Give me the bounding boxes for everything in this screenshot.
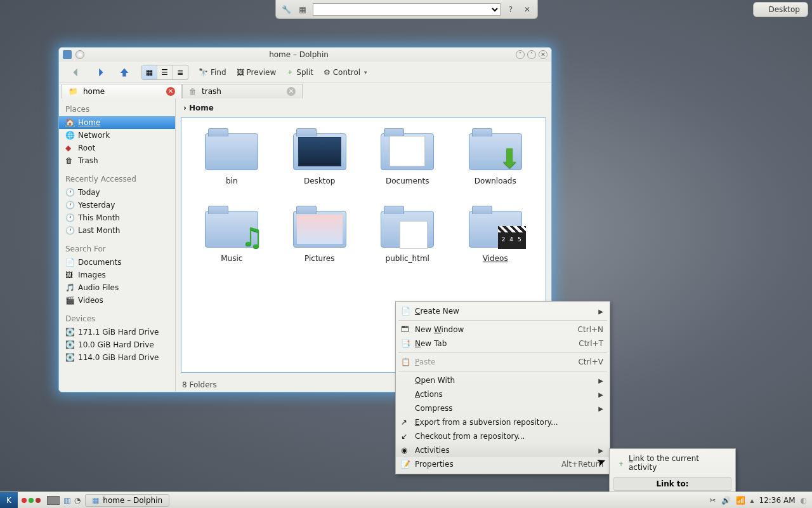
menu-export-svn[interactable]: ↗Export from a subversion repository... bbox=[396, 415, 610, 429]
maximize-button[interactable]: ˄ bbox=[527, 50, 536, 59]
plus-icon: ＋ bbox=[617, 458, 626, 467]
folder-pictures[interactable]: Pictures bbox=[278, 204, 361, 282]
folder-videos[interactable]: Videos bbox=[454, 204, 537, 282]
pager[interactable] bbox=[47, 496, 60, 505]
sidebar-item-network[interactable]: 🌐Network bbox=[59, 129, 175, 142]
find-button[interactable]: 🔭Find bbox=[195, 66, 230, 79]
menu-compress[interactable]: Compress▶ bbox=[396, 401, 610, 415]
sidebar-item-drive-3[interactable]: 💽114.0 GiB Hard Drive bbox=[59, 351, 175, 364]
command-input[interactable] bbox=[313, 3, 501, 16]
sidebar-item-trash[interactable]: 🗑Trash bbox=[59, 154, 175, 167]
help-icon[interactable]: ? bbox=[504, 3, 517, 16]
sidebar-item-root[interactable]: ◆Root bbox=[59, 142, 175, 154]
properties-icon: 📝 bbox=[401, 460, 410, 469]
sidebar-item-last-month[interactable]: 🕐Last Month bbox=[59, 224, 175, 237]
tab-label: trash bbox=[202, 87, 221, 96]
menu-properties[interactable]: 📝PropertiesAlt+Return bbox=[396, 457, 610, 471]
sidebar-item-images[interactable]: 🖼Images bbox=[59, 269, 175, 281]
close-icon[interactable]: ✕ bbox=[521, 3, 534, 16]
tab-trash[interactable]: 🗑 trash ✕ bbox=[182, 84, 303, 98]
menu-actions[interactable]: Actions▶ bbox=[396, 387, 610, 401]
sidebar-item-drive-1[interactable]: 💽171.1 GiB Hard Drive bbox=[59, 326, 175, 338]
tab-home[interactable]: 📁 home ✕ bbox=[62, 84, 182, 98]
new-icon: 📄 bbox=[401, 307, 410, 316]
context-menu: 📄Create New▶ 🗔New WindowCtrl+N 📑New TabC… bbox=[395, 301, 610, 474]
sidebar-item-yesterday[interactable]: 🕐Yesterday bbox=[59, 199, 175, 211]
menu-checkout[interactable]: ↙Checkout from a repository... bbox=[396, 429, 610, 443]
sidebar-item-documents[interactable]: 📄Documents bbox=[59, 256, 175, 269]
folder-music[interactable]: ♫Music bbox=[190, 204, 273, 282]
control-button[interactable]: ⚙Control▾ bbox=[320, 66, 371, 79]
minimize-button[interactable]: ˅ bbox=[516, 50, 525, 59]
keep-above-icon[interactable] bbox=[75, 50, 84, 59]
up-button[interactable] bbox=[114, 64, 135, 81]
places-header: Places bbox=[59, 102, 175, 116]
audio-icon: 🎵 bbox=[65, 283, 74, 292]
volume-icon[interactable]: 🔊 bbox=[721, 496, 731, 505]
sidebar-item-home[interactable]: 🏠Home bbox=[59, 116, 175, 129]
split-button[interactable]: ＋Split bbox=[282, 65, 317, 79]
folder-documents[interactable]: Documents bbox=[366, 127, 449, 204]
submenu-arrow-icon: ▶ bbox=[598, 447, 603, 454]
task-button-dolphin[interactable]: ▦home – Dolphin bbox=[85, 494, 169, 507]
titlebar[interactable]: home – Dolphin ˅ ˄ ✕ bbox=[59, 48, 551, 62]
breadcrumb[interactable]: ›Home bbox=[176, 98, 551, 117]
preview-button[interactable]: 🖼Preview bbox=[233, 66, 280, 79]
sidebar-item-audio[interactable]: 🎵Audio Files bbox=[59, 281, 175, 294]
folder-downloads[interactable]: ⬇Downloads bbox=[454, 127, 537, 204]
sidebar-item-drive-2[interactable]: 💽10.0 GiB Hard Drive bbox=[59, 338, 175, 351]
activities-icon[interactable]: ◔ bbox=[72, 496, 82, 505]
pictures-badge-icon bbox=[297, 215, 343, 244]
sidebar-item-today[interactable]: 🕐Today bbox=[59, 186, 175, 199]
kickoff-menu-button[interactable]: K bbox=[0, 492, 18, 509]
plus-icon: ＋ bbox=[286, 67, 294, 77]
forward-button[interactable] bbox=[89, 64, 111, 81]
wrench-icon[interactable]: 🔧 bbox=[280, 3, 292, 16]
menu-new-tab[interactable]: 📑New TabCtrl+T bbox=[396, 337, 610, 351]
devices-header: Devices bbox=[59, 312, 175, 326]
clock[interactable]: 12:36 AM bbox=[759, 496, 796, 505]
view-icons-button[interactable]: ▦ bbox=[142, 65, 157, 79]
drive-icon: 💽 bbox=[65, 353, 74, 362]
globe-icon: 🌐 bbox=[65, 131, 74, 140]
view-details-button[interactable]: ≣ bbox=[173, 65, 188, 79]
menu-new-window[interactable]: 🗔New WindowCtrl+N bbox=[396, 323, 610, 337]
view-compact-button[interactable]: ☰ bbox=[157, 65, 173, 79]
dropdown-arrow-icon: ▾ bbox=[364, 69, 367, 76]
menu-open-with[interactable]: Open With▶ bbox=[396, 373, 610, 387]
folder-desktop[interactable]: Desktop bbox=[278, 127, 361, 204]
cashew-icon[interactable]: ◐ bbox=[801, 496, 807, 505]
show-desktop-icon[interactable]: ▥ bbox=[62, 496, 72, 505]
desktop-activity-pill[interactable]: Desktop bbox=[753, 2, 809, 17]
back-button[interactable] bbox=[65, 64, 87, 81]
submenu-arrow-icon: ▶ bbox=[598, 391, 603, 398]
folder-bin[interactable]: bin bbox=[190, 127, 273, 204]
menu-create-new[interactable]: 📄Create New▶ bbox=[396, 304, 610, 318]
places-sidebar: Places 🏠Home 🌐Network ◆Root 🗑Trash Recen… bbox=[59, 98, 176, 392]
network-icon[interactable]: 📶 bbox=[736, 496, 745, 505]
folder-public-html[interactable]: public_html bbox=[366, 204, 449, 282]
submenu-arrow-icon: ▶ bbox=[598, 308, 603, 315]
folder-icon bbox=[205, 133, 258, 170]
activity-dots[interactable] bbox=[22, 498, 41, 503]
tab-close-icon[interactable]: ✕ bbox=[166, 87, 175, 96]
toolbar: ▦ ☰ ≣ 🔭Find 🖼Preview ＋Split ⚙Control▾ bbox=[59, 62, 551, 83]
sidebar-item-videos[interactable]: 🎬Videos bbox=[59, 294, 175, 307]
menu-paste: 📋PasteCtrl+V bbox=[396, 355, 610, 369]
window-title: home – Dolphin bbox=[84, 50, 513, 59]
menu-activities[interactable]: ◉Activities▶ bbox=[396, 443, 610, 457]
home-icon: 🏠 bbox=[65, 118, 74, 127]
drive-icon: 💽 bbox=[65, 328, 74, 337]
klipper-icon[interactable]: ✂ bbox=[709, 496, 716, 505]
download-arrow-icon: ⬇ bbox=[499, 143, 521, 174]
submenu-arrow-icon: ▶ bbox=[598, 405, 603, 412]
tab-close-icon[interactable]: ✕ bbox=[287, 87, 296, 96]
document-badge-icon bbox=[390, 136, 425, 166]
svn-checkout-icon: ↙ bbox=[401, 432, 410, 441]
run-icon[interactable]: ▦ bbox=[296, 3, 309, 16]
window-close-button[interactable]: ✕ bbox=[539, 50, 547, 59]
tray-expand-icon[interactable]: ▴ bbox=[750, 496, 754, 505]
image-icon: 🖼 bbox=[65, 271, 74, 279]
sidebar-item-this-month[interactable]: 🕐This Month bbox=[59, 211, 175, 224]
submenu-link-current[interactable]: ＋Link to the current activity bbox=[612, 451, 733, 474]
